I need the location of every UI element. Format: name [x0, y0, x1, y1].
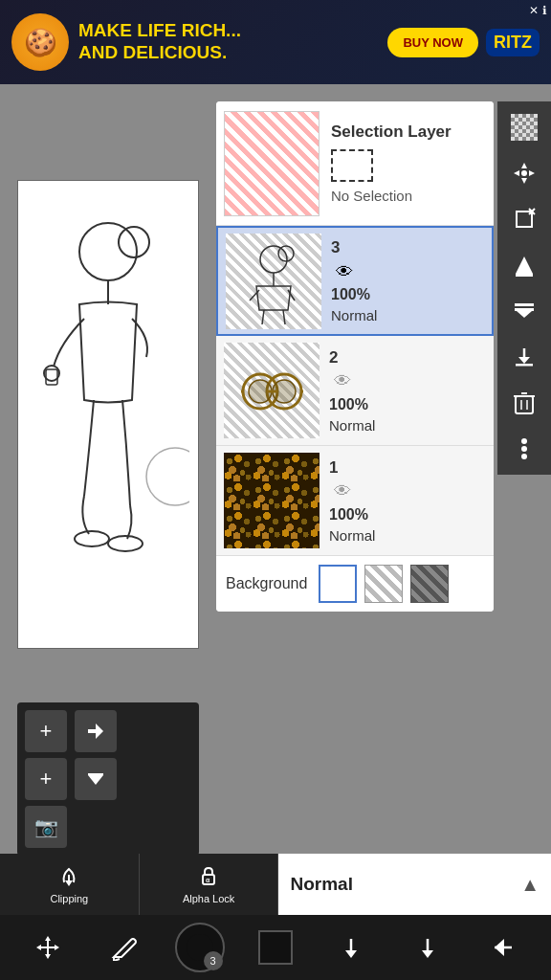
- background-checker-swatch[interactable]: [364, 565, 403, 603]
- layer-1-opacity: 100%: [329, 506, 486, 523]
- arrow-down-button[interactable]: [326, 923, 376, 972]
- svg-marker-22: [514, 170, 519, 176]
- selection-layer-info: Selection Layer No Selection: [320, 122, 486, 204]
- layer-3-row[interactable]: 3 👁 100% Normal: [216, 226, 494, 336]
- brush-circle: 3: [175, 923, 225, 972]
- svg-point-7: [146, 448, 189, 505]
- layer-1-visibility[interactable]: 👁: [329, 481, 356, 502]
- back-button[interactable]: [478, 923, 528, 972]
- icons-bar: 3: [0, 915, 551, 980]
- background-dark-checker-swatch[interactable]: [410, 565, 449, 603]
- layer-1-number: 1: [329, 458, 486, 478]
- layer-3-opacity: 100%: [331, 286, 484, 303]
- selection-box: [331, 149, 373, 182]
- layers-panel: Selection Layer No Selection: [216, 101, 494, 612]
- chevron-up-icon: ▲: [520, 874, 540, 896]
- blend-mode-selector[interactable]: Normal ▲: [278, 854, 551, 915]
- background-label: Background: [226, 575, 307, 592]
- checker-icon: [511, 114, 538, 141]
- pencil-icon: [110, 934, 137, 961]
- layer-2-opacity: 100%: [329, 396, 486, 413]
- clipping-label: Clipping: [50, 893, 88, 904]
- svg-marker-32: [518, 357, 530, 364]
- brush-button[interactable]: 3: [175, 923, 225, 972]
- layer-3-number: 3: [331, 238, 484, 257]
- layer-3-blend: Normal: [331, 307, 484, 323]
- checker-button[interactable]: [501, 105, 547, 149]
- canvas-area[interactable]: [17, 180, 199, 649]
- move-icon: [512, 161, 537, 186]
- svg-rect-9: [88, 773, 103, 775]
- collapse-layers-icon: [512, 299, 537, 323]
- info-icon[interactable]: ℹ: [542, 4, 547, 17]
- flip-h-button[interactable]: [501, 243, 547, 287]
- toolbar-row-3: 📷: [25, 806, 191, 848]
- layer-2-row[interactable]: 2 👁 100% Normal: [216, 336, 494, 446]
- svg-marker-43: [65, 880, 73, 886]
- background-white-swatch[interactable]: [319, 565, 357, 603]
- ritz-logo: RITZ: [486, 29, 540, 56]
- svg-point-10: [260, 246, 287, 273]
- arrow-down2-icon: [415, 935, 440, 960]
- color-square: [258, 930, 293, 965]
- svg-point-6: [108, 536, 143, 551]
- svg-rect-34: [516, 396, 533, 413]
- brush-badge: 3: [204, 951, 223, 970]
- layer-2-visibility[interactable]: 👁: [329, 371, 356, 392]
- selection-layer-row[interactable]: Selection Layer No Selection: [216, 101, 494, 226]
- transform-button[interactable]: [501, 197, 547, 241]
- ad-text: MAKE LIFE RICH... AND DELICIOUS.: [78, 20, 241, 64]
- layer-3-thumbnail: [226, 234, 321, 329]
- layer-1-thumbnail: [224, 453, 320, 548]
- ad-buy-button[interactable]: BUY NOW: [387, 28, 478, 57]
- cracker-icon: 🍪: [11, 13, 69, 71]
- alpha-lock-button[interactable]: α Alpha Lock: [140, 854, 279, 915]
- trash-button[interactable]: [501, 381, 547, 425]
- layer-1-controls: 1 👁 100% Normal: [320, 458, 486, 544]
- clipping-button[interactable]: Clipping: [0, 854, 140, 915]
- alpha-lock-icon: α: [198, 865, 219, 891]
- svg-marker-8: [88, 775, 103, 785]
- layer-1-row[interactable]: 1 👁 100% Normal: [216, 446, 494, 556]
- ad-close-icons: ✕ ℹ: [529, 4, 547, 17]
- bottom-toolbar: + + 📷: [17, 702, 199, 856]
- layer-2-blend: Normal: [329, 417, 486, 434]
- collapse-button[interactable]: [75, 758, 117, 800]
- ad-actions: BUY NOW RITZ: [387, 28, 540, 57]
- pencil-icon-button[interactable]: [99, 923, 148, 972]
- svg-marker-26: [516, 256, 533, 274]
- collapse-layers-button[interactable]: [501, 289, 547, 333]
- selection-layer-thumbnail: [224, 111, 320, 216]
- download-button[interactable]: [501, 335, 547, 379]
- svg-marker-51: [55, 945, 59, 950]
- add-button2[interactable]: +: [25, 758, 67, 800]
- move-tool-button[interactable]: [501, 151, 547, 195]
- close-icon[interactable]: ✕: [529, 4, 539, 17]
- flip-icon: [84, 720, 107, 743]
- ad-banner: 🍪 MAKE LIFE RICH... AND DELICIOUS. BUY N…: [0, 0, 551, 84]
- more-icon: [520, 437, 528, 460]
- svg-marker-57: [422, 950, 433, 958]
- layer-3-visibility[interactable]: 👁: [331, 261, 358, 282]
- trash-icon: [513, 390, 536, 415]
- arrow-down-icon: [339, 935, 364, 960]
- arrow-down2-button[interactable]: [403, 923, 452, 972]
- svg-rect-28: [515, 303, 534, 306]
- background-row: Background: [216, 556, 494, 612]
- more-button[interactable]: [501, 427, 547, 471]
- add-layer-button[interactable]: +: [25, 710, 67, 752]
- svg-point-40: [521, 446, 527, 452]
- selection-layer-title: Selection Layer: [331, 122, 486, 142]
- toolbar-row-2: +: [25, 758, 191, 800]
- color-button[interactable]: [251, 923, 300, 972]
- svg-marker-30: [517, 311, 532, 318]
- ad-headline1: MAKE LIFE RICH...: [78, 20, 241, 42]
- svg-point-5: [75, 531, 109, 546]
- transform-icon-button[interactable]: [23, 923, 73, 972]
- camera-button[interactable]: 📷: [25, 806, 67, 848]
- svg-point-24: [521, 170, 527, 176]
- svg-rect-4: [46, 369, 57, 385]
- mode-bar: Clipping α Alpha Lock Normal ▲: [0, 854, 551, 915]
- flip-button[interactable]: [75, 710, 117, 752]
- back-icon: [491, 935, 516, 960]
